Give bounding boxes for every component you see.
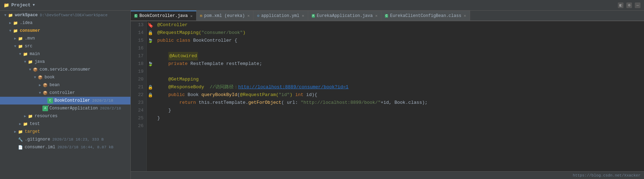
tree-item-resources[interactable]: ▶ 📁 resources: [0, 112, 130, 120]
tree-item-java[interactable]: ▼ 📁 java: [0, 58, 130, 66]
tab-close-BookController[interactable]: ✕: [190, 14, 193, 18]
code-annotation-14b: ): [243, 29, 246, 37]
tab-close-EurekaApplication[interactable]: ✕: [375, 13, 377, 18]
code-concat-23: +id, Book.class);: [381, 99, 428, 107]
tree-item-package-root[interactable]: ▼ 📦 com.service.consumer: [0, 66, 130, 73]
code-line-24: }: [157, 107, 640, 114]
expand-arrow-test: ▶: [18, 122, 23, 126]
package-icon-bean: 📦: [42, 82, 48, 88]
tab-icon-BookController: C: [134, 14, 137, 18]
tree-item-consumer[interactable]: ▼ 📁 consumer: [0, 27, 130, 35]
code-line-13: @Controller: [157, 21, 640, 29]
expand-arrow-bean: ▶: [37, 83, 42, 87]
dropdown-arrow[interactable]: ▼: [33, 3, 35, 7]
tree-label-workspace: workSpace: [15, 13, 38, 18]
ln-24: 24: [132, 107, 144, 114]
package-icon-root: 📦: [33, 67, 38, 72]
tree-item-idea[interactable]: ▶ 📁 .idea: [0, 19, 130, 27]
tree-item-ConsumerApplication[interactable]: ⚡A ConsumerApplication 2020/2/18: [0, 105, 130, 112]
file-tree: ▼ 📁 workSpace D:\DevSoftware\IDEA\workSp…: [0, 11, 130, 179]
ln-23: 23: [132, 99, 144, 107]
tab-close-yml[interactable]: ✕: [302, 13, 304, 18]
gutter-23: [147, 99, 154, 107]
tree-item-consumer-iml[interactable]: 📄 consumer.iml 2020/2/18 16:44, 8.87 kB: [0, 143, 130, 151]
tree-meta-workspace: D:\DevSoftware\IDEA\workSpace: [40, 13, 107, 17]
tree-item-package-book[interactable]: ▼ 📦 book: [0, 73, 130, 81]
code-kw-18: private: [168, 60, 190, 68]
folder-icon-consumer: 📁: [13, 28, 18, 34]
main-layout: ▼ 📁 workSpace D:\DevSoftware\IDEA\workSp…: [0, 11, 644, 179]
gutter-24: [147, 107, 154, 114]
tree-item-workspace[interactable]: ▼ 📁 workSpace D:\DevSoftware\IDEA\workSp…: [0, 11, 130, 19]
project-title: Project: [11, 2, 31, 8]
folder-icon-java: 📁: [28, 59, 33, 65]
code-annotation-22: @RequestParam(: [240, 91, 279, 99]
minimize-icon[interactable]: —: [635, 2, 640, 8]
code-method-22: queryBookById: [201, 91, 237, 99]
title-bar-controls: ◧ ⚙ —: [618, 2, 640, 8]
layout-icon[interactable]: ◧: [618, 2, 623, 8]
ln-20: 20: [132, 76, 144, 83]
code-annotation-21: @ResponseBody: [168, 83, 204, 91]
tree-item-package-controller[interactable]: ▼ 📦 controller: [0, 89, 130, 97]
project-folder-icon: 📁: [4, 2, 9, 8]
tree-item-target[interactable]: ▶ 📁 target: [0, 128, 130, 136]
tab-EurekaApplication[interactable]: A EurekaApplication.java ✕: [308, 11, 381, 20]
tab-yml[interactable]: ⚙ application.yml ✕: [253, 11, 308, 20]
tab-icon-pom: m: [200, 14, 203, 18]
code-string-22: "id": [279, 91, 289, 99]
code-param-22: id): [306, 91, 314, 99]
tree-label-bean: bean: [49, 83, 60, 88]
code-line-22: public Book queryBookById(@RequestParam(…: [157, 91, 640, 99]
expand-arrow-target: ▶: [13, 130, 18, 134]
tree-label-test: test: [30, 121, 40, 126]
code-line-20: @GetMapping: [157, 76, 640, 83]
tab-pom[interactable]: m pom.xml (eureka) ✕: [197, 11, 253, 20]
java-icon-BookController: C: [47, 98, 53, 103]
gutter-17: [147, 52, 154, 60]
tree-item-BookController[interactable]: C BookController 2020/2/18: [0, 97, 130, 105]
code-line-14: @RequestMapping("consumer/book"): [157, 29, 640, 37]
file-icon-consumer-iml: 📄: [18, 144, 23, 150]
code-line-21: @ResponseBody //访问路径：http://localhost:88…: [157, 83, 640, 91]
code-brace-22: {: [315, 91, 317, 99]
code-line-25: }: [157, 114, 640, 122]
expand-arrow-main: ▼: [18, 52, 23, 56]
tab-close-pom[interactable]: ✕: [247, 13, 250, 18]
tab-label-EurekaClientConfigBean: EurekaClientConfigBean.class: [390, 13, 461, 18]
tree-label-resources: resources: [35, 114, 58, 119]
tree-item-main[interactable]: ▼ 📁 main: [0, 50, 130, 58]
tree-item-src[interactable]: ▼ 📁 src: [0, 42, 130, 50]
code-line-16: [157, 44, 640, 52]
tab-BookController[interactable]: C BookController.java ✕: [131, 11, 197, 20]
sidebar: ▼ 📁 workSpace D:\DevSoftware\IDEA\workSp…: [0, 11, 131, 179]
tree-item-test[interactable]: ▶ 📁 test: [0, 120, 130, 128]
tab-EurekaClientConfigBean[interactable]: C EurekaClientConfigBean.class ✕: [381, 11, 470, 20]
ln-17: 17: [132, 52, 144, 60]
code-annotation-17: @Autowired: [168, 52, 198, 60]
tab-icon-EurekaApplication: A: [312, 14, 315, 18]
editor-area: C BookController.java ✕ m pom.xml (eurek…: [131, 11, 644, 179]
line-numbers: 13 14 15 16 17 18 19 20 21 22 23 24 25 2…: [131, 21, 147, 171]
ln-19: 19: [132, 68, 144, 76]
tree-item-package-bean[interactable]: ▶ 📦 bean: [0, 81, 130, 89]
settings-icon[interactable]: ⚙: [626, 2, 632, 8]
code-kw-15a: public: [157, 37, 177, 44]
editor-content[interactable]: 13 14 15 16 17 18 19 20 21 22 23 24 25 2…: [131, 21, 644, 171]
code-kw-22a: public: [168, 91, 188, 99]
gutter-20: [147, 76, 154, 83]
ln-16: 16: [132, 44, 144, 52]
expand-arrow-controller: ▼: [37, 91, 42, 95]
code-body: @Controller @RequestMapping("consumer/bo…: [154, 21, 644, 171]
gutter-22: 🔒: [147, 91, 154, 99]
tree-item-gitignore[interactable]: 🔧 .gitignore 2020/2/18 16:23, 333 B: [0, 136, 130, 143]
tree-label-src: src: [25, 44, 33, 49]
ln-26: 26: [132, 122, 144, 130]
tree-item-mvn[interactable]: ▶ 📁 .mvn: [0, 35, 130, 42]
gutter-19: [147, 68, 154, 76]
tree-label-main: main: [30, 52, 40, 56]
code-line-17: @Autowired: [157, 52, 640, 60]
tree-label-gitignore: .gitignore: [25, 137, 50, 142]
code-line-19: [157, 68, 640, 76]
tab-close-EurekaClientConfigBean[interactable]: ✕: [464, 13, 466, 18]
